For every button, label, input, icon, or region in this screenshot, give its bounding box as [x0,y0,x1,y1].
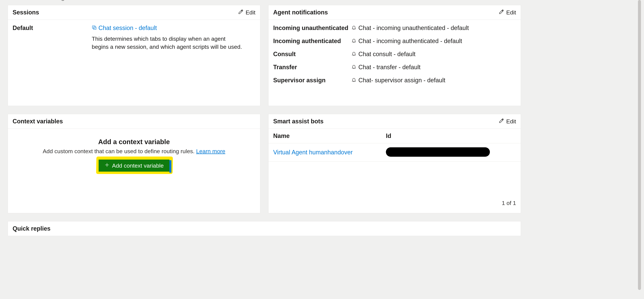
bot-name-link[interactable]: Virtual Agent humanhandover [273,149,386,156]
col-name: Name [273,132,386,139]
smart-assist-card: Smart assist bots Edit Name Id Virtual A… [268,114,521,213]
bell-icon [351,64,356,71]
add-context-variable-label: Add context variable [112,162,164,169]
quick-replies-card: Quick replies [8,221,521,236]
chevron-down-icon [8,0,12,1]
advanced-settings-label: Advanced settings [14,0,68,1]
bell-icon [351,51,356,58]
session-icon [92,24,97,31]
pager-text: 1 of 1 [268,195,521,210]
pencil-icon [238,9,244,16]
context-variables-card: Context variables Add a context variable… [8,114,260,213]
vertical-scrollbar[interactable] [638,0,641,236]
notification-label: Consult [273,51,351,58]
bell-icon [351,77,356,84]
edit-label: Edit [506,9,516,16]
smart-assist-edit-button[interactable]: Edit [499,118,516,125]
agent-notifications-title: Agent notifications [273,9,328,16]
notification-row-transfer: Transfer Chat - transfer - default [273,64,516,71]
notification-label: Supervisor assign [273,77,351,84]
context-empty-heading: Add a context variable [98,138,170,146]
scrollbar-thumb[interactable] [638,0,641,236]
sessions-default-label: Default [12,24,92,51]
edit-label: Edit [246,9,256,16]
sessions-card: Sessions Edit Default [8,5,260,106]
quick-replies-title: Quick replies [12,225,516,232]
col-id: Id [386,132,516,139]
context-variables-title: Context variables [12,118,63,125]
redacted-id [386,147,490,157]
edit-label: Edit [506,118,516,125]
advanced-settings-header[interactable]: Advanced settings [8,0,521,1]
notification-label: Incoming unauthenticated [273,24,351,31]
pencil-icon [499,118,504,125]
notification-row-incoming-auth: Incoming authenticated Chat - incoming a… [273,37,516,44]
agent-notifications-card: Agent notifications Edit Incoming unauth… [268,5,521,106]
table-row[interactable]: Virtual Agent humanhandover [268,143,521,162]
sessions-edit-button[interactable]: Edit [238,9,256,16]
bell-icon [351,24,356,31]
smart-assist-title: Smart assist bots [273,118,324,125]
pencil-icon [499,9,504,16]
svg-rect-0 [92,26,95,28]
sessions-default-link[interactable]: Chat session - default [92,24,256,31]
context-empty-subtext: Add custom context that can be used to d… [43,148,226,155]
notification-value: Chat - transfer - default [358,64,420,71]
bell-icon [351,37,356,44]
notification-label: Transfer [273,64,351,71]
sessions-title: Sessions [12,9,39,16]
smart-assist-table-header: Name Id [268,129,521,143]
notification-value: Chat- supervisor assign - default [358,77,445,84]
add-context-variable-button[interactable]: Add context variable [98,160,170,172]
notification-row-incoming-unauth: Incoming unauthenticated Chat - incoming… [273,24,516,31]
notification-label: Incoming authenticated [273,37,351,44]
notification-value: Chat - incoming authenticated - default [358,37,462,44]
sessions-default-description: This determines which tabs to display wh… [92,35,243,51]
learn-more-link[interactable]: Learn more [196,148,225,154]
notification-row-consult: Consult Chat consult - default [273,51,516,58]
svg-rect-1 [94,27,96,29]
agent-notifications-edit-button[interactable]: Edit [499,9,516,16]
notification-value: Chat consult - default [358,51,416,58]
notification-value: Chat - incoming unauthenticated - defaul… [358,24,469,31]
plus-icon [104,162,110,169]
sessions-default-link-text: Chat session - default [98,24,157,31]
notification-row-supervisor: Supervisor assign Chat- supervisor assig… [273,77,516,84]
